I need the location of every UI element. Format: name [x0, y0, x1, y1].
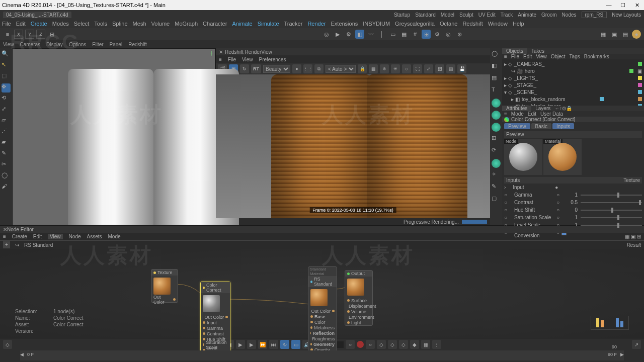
cube-icon[interactable]: ◧	[355, 30, 364, 39]
layout-sculpt[interactable]: Sculpt	[459, 12, 473, 18]
tab-objects[interactable]: Objects	[502, 48, 527, 54]
move-tool[interactable]: ✥	[2, 83, 11, 93]
menu-render[interactable]: Render	[307, 21, 326, 27]
close-panel-icon[interactable]: ✕	[219, 49, 223, 55]
layout-nodes[interactable]: Nodes	[562, 12, 577, 18]
layers-icon[interactable]: ▤	[446, 64, 455, 73]
refresh-icon[interactable]: ↻	[240, 64, 249, 73]
tab-preview[interactable]: Preview	[504, 123, 530, 129]
layout-groom[interactable]: Groom	[541, 12, 557, 18]
tab-takes[interactable]: Takes	[527, 48, 548, 54]
model-tool[interactable]: ▱	[2, 117, 11, 126]
layout-uv[interactable]: UV Edit	[478, 12, 496, 18]
grid-icon[interactable]: ▦	[399, 30, 409, 39]
output-node[interactable]: Output Surface Displacement Volume Envir…	[345, 270, 373, 326]
layout-track[interactable]: Track	[501, 12, 513, 18]
play-icon[interactable]: ▶	[236, 340, 245, 349]
render-region-icon[interactable]: ◎	[322, 30, 331, 39]
preview-node-sphere[interactable]: Node	[504, 139, 542, 175]
aov-select[interactable]: Beauty	[263, 65, 290, 73]
glow4-icon[interactable]	[492, 159, 501, 168]
coord-icon[interactable]: ⊞	[47, 30, 56, 39]
attr-mode[interactable]: Mode	[511, 111, 524, 117]
menu-icon[interactable]: ≡	[3, 234, 6, 239]
rs-file[interactable]: File	[228, 57, 236, 62]
atom-icon[interactable]: ⊛	[455, 30, 464, 39]
hamburger-icon[interactable]: ≡	[3, 30, 12, 39]
spiral-icon[interactable]: ⟳	[492, 147, 501, 156]
line-icon[interactable]: │	[377, 30, 386, 39]
menu-select[interactable]: Select	[74, 21, 90, 27]
paint-icon[interactable]: 🖌	[2, 183, 11, 192]
contrast-slider[interactable]	[581, 202, 642, 203]
doc-icon[interactable]: ▤	[492, 74, 501, 83]
axis-z[interactable]: Z	[36, 30, 45, 39]
menu-mograph[interactable]: MoGraph	[175, 21, 198, 27]
layout-preset[interactable]: rpm_RS	[582, 12, 607, 18]
start-marker[interactable]: ◀	[20, 352, 24, 357]
vp-cameras[interactable]: Cameras	[20, 42, 41, 47]
axis-y[interactable]: Y	[25, 30, 34, 39]
menu-window[interactable]: Window	[488, 21, 508, 27]
lasso-icon[interactable]: ◯	[2, 172, 11, 181]
ne-node[interactable]: Node	[69, 234, 81, 239]
close-icon[interactable]: ✕	[632, 2, 642, 9]
scale-tool[interactable]: ⤢	[2, 106, 11, 115]
doc-tab[interactable]: 04_05-Using_...-START.c4d	[3, 12, 71, 18]
layout-animate[interactable]: Animate	[518, 12, 536, 18]
color-correct-node[interactable]: Color Correct Out Color Input Gamma Cont…	[200, 282, 230, 353]
close-icon[interactable]: ✕	[3, 227, 7, 232]
menu-tracker[interactable]: Tracker	[284, 21, 303, 27]
key-param-icon[interactable]: ◆	[410, 340, 419, 349]
cursor-tool[interactable]: ↖	[2, 61, 11, 70]
vp-filter[interactable]: Filter	[92, 42, 103, 47]
vp-view[interactable]: View	[3, 42, 14, 47]
nav-back-icon[interactable]: ←	[554, 106, 559, 111]
render-sq2-icon[interactable]: ▤	[621, 30, 630, 39]
edge-tool[interactable]: ⋰	[2, 128, 11, 137]
layout-model[interactable]: Model	[441, 12, 454, 18]
gamma-slider[interactable]	[581, 195, 642, 196]
expand-icon[interactable]: ⤢	[424, 64, 433, 73]
layout-startup[interactable]: Startup	[394, 12, 410, 18]
obj-edit[interactable]: Edit	[523, 54, 532, 59]
rotate-tool[interactable]: ⟲	[2, 95, 11, 104]
axis-gizmo-icon[interactable]: ┼	[210, 51, 213, 55]
menu-modes[interactable]: Modes	[52, 21, 69, 27]
tab-basic[interactable]: Basic	[531, 123, 551, 129]
snow-icon[interactable]: ❄	[380, 64, 389, 73]
rt-button[interactable]: RT	[251, 64, 261, 73]
timeline-ruler[interactable]: ◀ 0 F 90 F 90 ▶	[20, 350, 624, 360]
menu-help[interactable]: Help	[513, 21, 524, 27]
autokey-icon[interactable]: ○	[366, 340, 375, 349]
knife-icon[interactable]: ✂	[2, 161, 11, 170]
preview-material-sphere[interactable]: Material	[543, 139, 582, 175]
arrow-icon[interactable]: ↪	[15, 242, 19, 248]
vp-panel[interactable]: Panel	[110, 42, 123, 47]
lock-icon[interactable]: 🔒	[358, 64, 367, 73]
sat-slider[interactable]	[581, 217, 642, 218]
next-frame-icon[interactable]: ▶	[247, 340, 256, 349]
render-tile-icon[interactable]: ▦	[599, 30, 608, 39]
snap-icon[interactable]: #	[411, 30, 420, 39]
snap2-icon[interactable]: ⊞	[422, 30, 431, 39]
menu-file[interactable]: File	[2, 21, 11, 27]
key-p-icon[interactable]: ◇	[377, 340, 386, 349]
minimize-icon[interactable]: —	[604, 2, 614, 9]
square-icon[interactable]: ▢	[492, 195, 501, 204]
obj-tags[interactable]: Tags	[570, 54, 580, 59]
fx-icon[interactable]: ✧	[492, 171, 501, 180]
target-icon[interactable]: ◎	[444, 30, 453, 39]
ne-create[interactable]: Create	[12, 234, 27, 239]
menu-extensions[interactable]: Extensions	[331, 21, 358, 27]
rec-button[interactable]	[357, 341, 364, 348]
menu-insydium[interactable]: INSYDIUM	[363, 21, 390, 27]
obj-bookmarks[interactable]: Bookmarks	[584, 54, 609, 59]
key-s-icon[interactable]: ◇	[388, 340, 397, 349]
ne-assets[interactable]: Assets	[87, 234, 102, 239]
cube-icon[interactable]: ◧	[492, 62, 501, 71]
material-name[interactable]: RS Standard	[24, 242, 53, 248]
search-icon[interactable]: 🔍	[2, 50, 11, 59]
menu-edit[interactable]: Edit	[16, 21, 26, 27]
maximize-icon[interactable]: ☐	[618, 2, 628, 9]
